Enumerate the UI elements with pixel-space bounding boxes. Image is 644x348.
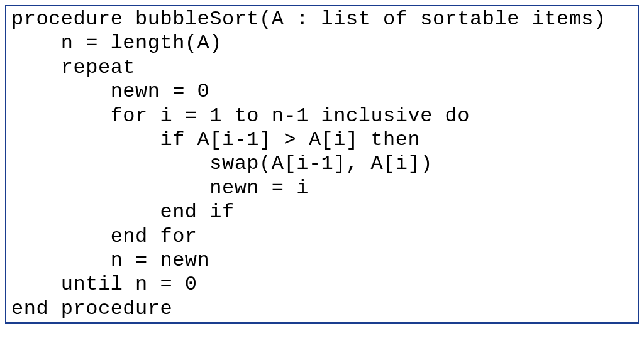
code-line: for i = 1 to n-1 inclusive do	[11, 104, 633, 128]
code-line: end for	[11, 225, 633, 249]
code-line: procedure bubbleSort(A : list of sortabl…	[11, 8, 633, 31]
code-line: newn = i	[11, 177, 633, 200]
code-line: n = newn	[11, 249, 633, 273]
code-line: swap(A[i-1], A[i])	[11, 152, 633, 176]
code-line: end if	[11, 200, 633, 224]
code-line: repeat	[11, 56, 633, 80]
code-line: until n = 0	[11, 273, 633, 296]
code-line: n = length(A)	[11, 31, 633, 55]
code-line: newn = 0	[11, 80, 633, 104]
code-line: end procedure	[11, 297, 633, 321]
pseudocode-block: procedure bubbleSort(A : list of sortabl…	[5, 5, 639, 324]
code-line: if A[i-1] > A[i] then	[11, 128, 633, 152]
